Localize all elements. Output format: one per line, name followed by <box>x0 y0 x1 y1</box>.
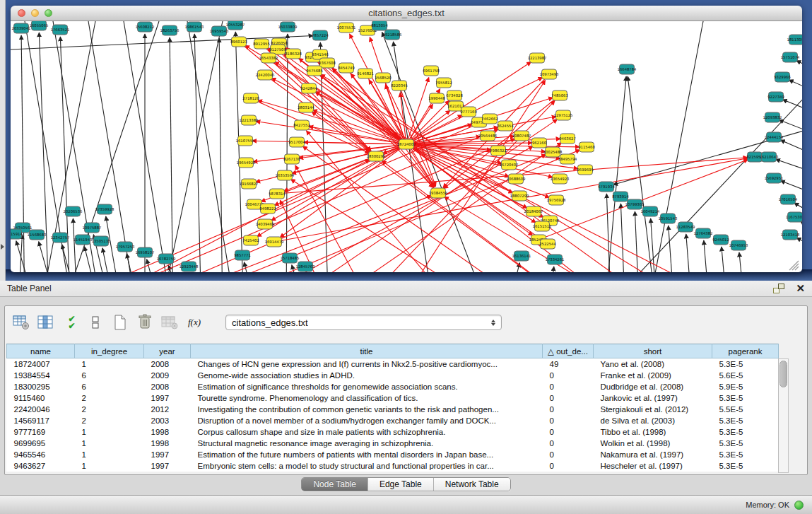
graph-node-label: 9245012 <box>712 238 729 242</box>
table-cell: 1997 <box>144 392 191 404</box>
column-header[interactable]: title <box>191 344 543 358</box>
table-row[interactable]: 969969511998Structural magnetic resonanc… <box>7 438 779 449</box>
column-header[interactable]: short <box>594 344 712 358</box>
table-cell: 2 <box>75 404 144 415</box>
function-builder-icon[interactable]: f(x) <box>185 314 204 331</box>
graph-node-label: 11675302 <box>786 215 802 219</box>
graph-node-label: 16107554 <box>236 139 256 143</box>
graph-node-label: 19384554 <box>429 191 449 195</box>
table-row[interactable]: 2242004622012Investigating the contribut… <box>7 404 779 415</box>
graph-node-label: 13654923 <box>551 177 570 181</box>
network-window: citations_edges.txt 18724007122133891610… <box>11 6 802 272</box>
table-row[interactable]: 911546021997Tourette syndrome. Phenomeno… <box>7 392 779 404</box>
left-splitter-strip[interactable] <box>0 0 6 281</box>
graph-node-label: 19654923 <box>237 160 256 165</box>
table-cell: 0 <box>543 370 594 381</box>
network-canvas[interactable]: 1872400712213389161075541965492319166827… <box>11 21 802 272</box>
graph-node-label: 10025488 <box>543 150 563 154</box>
memory-status-indicator[interactable] <box>794 501 804 510</box>
table-cell: 1 <box>75 449 144 460</box>
splitter-collapse-icon[interactable] <box>1 244 4 250</box>
graph-edge <box>170 37 173 272</box>
graph-node-label: 16055065 <box>30 23 49 28</box>
delete-column-icon[interactable] <box>136 314 154 331</box>
table-cell: 2 <box>75 415 144 426</box>
show-columns-icon[interactable] <box>37 314 55 331</box>
column-header[interactable]: △ out_de... <box>543 344 594 358</box>
table-cell: 0 <box>543 438 594 449</box>
row-height-icon[interactable] <box>86 314 105 331</box>
table-cell: 5.3E-5 <box>712 358 779 370</box>
table-cell: 0 <box>543 426 594 438</box>
column-header[interactable]: pagerank <box>712 344 779 358</box>
column-header[interactable]: name <box>7 344 75 358</box>
table-scrollbar-thumb[interactable] <box>779 361 787 387</box>
graph-edge <box>393 42 435 272</box>
graph-node-label: 16353594 <box>276 173 295 177</box>
column-header[interactable]: in_degree <box>75 344 144 358</box>
graph-node-label: 7485063 <box>551 93 568 98</box>
network-select[interactable]: citations_edges.txt <box>225 315 502 330</box>
tab-node-table[interactable]: Node Table <box>302 478 367 491</box>
node-table: namein_degreeyeartitle△ out_de...shortpa… <box>6 344 779 472</box>
graph-node-label: 9329966 <box>774 75 791 79</box>
graph-edge <box>796 61 802 71</box>
close-panel-icon[interactable]: ✕ <box>796 284 805 293</box>
table-cell: 5.6E-5 <box>712 370 779 381</box>
table-cell: 18724007 <box>7 358 75 370</box>
table-tabbar: Node TableEdge TableNetwork Table <box>0 477 812 491</box>
tab-network-table[interactable]: Network Table <box>433 478 510 491</box>
table-cell: 1998 <box>144 426 191 438</box>
graph-edge <box>406 110 450 144</box>
table-scrollbar[interactable] <box>778 358 789 473</box>
graph-node-label: 9227349 <box>767 95 784 99</box>
graph-edge <box>265 75 370 152</box>
graph-node-label: 8186328 <box>285 52 302 56</box>
graph-edge <box>73 218 78 272</box>
graph-node-label: 22420046 <box>256 73 276 77</box>
graph-node-label: 15608212 <box>136 25 155 29</box>
table-row[interactable]: 1938455462009Genome-wide association stu… <box>7 370 779 381</box>
graph-edge <box>704 240 710 272</box>
delete-table-icon[interactable] <box>160 314 179 331</box>
graph-node-label: 10973493 <box>540 72 559 76</box>
graph-edge <box>62 245 81 272</box>
graph-node-label: 9242844 <box>300 86 317 90</box>
table-row[interactable]: 977716911998Corpus callosum shape and si… <box>7 426 779 438</box>
graph-edge <box>258 100 406 144</box>
table-row[interactable]: 1830029562008Estimation of significance … <box>7 381 779 392</box>
table-row[interactable]: 946554611997Estimation of the future num… <box>7 449 779 460</box>
graph-node-label: 16049214 <box>641 209 661 214</box>
table-mode-icon[interactable] <box>12 314 30 331</box>
graph-node-label: 15718485 <box>281 256 300 260</box>
graph-node-label: 10075531 <box>337 25 356 30</box>
table-cell: Estimation of the future numbers of pati… <box>191 449 543 460</box>
table-cell: 0 <box>543 415 594 426</box>
table-cell: 6 <box>75 370 144 381</box>
table-cell: 0 <box>543 460 594 472</box>
table-cell: 1998 <box>144 438 191 449</box>
graph-edge <box>635 211 640 272</box>
select-all-icon[interactable]: ✔✔ <box>61 314 80 331</box>
table-cell: de Silva et al. (2003) <box>594 415 712 426</box>
table-row[interactable]: 1872400712008Changes of HCN gene express… <box>7 358 779 370</box>
table-cell: Wolkin et al. (1998) <box>594 438 712 449</box>
table-cell: 1 <box>75 460 144 472</box>
create-table-icon[interactable] <box>111 314 129 331</box>
graph-node-label: 10591543 <box>659 216 678 221</box>
tab-edge-table[interactable]: Edge Table <box>367 478 433 491</box>
column-header[interactable]: year <box>144 344 191 358</box>
table-row[interactable]: 1456911722003Disruption of a novel membe… <box>7 415 779 426</box>
resize-grip-icon[interactable] <box>792 264 799 270</box>
table-row[interactable]: 946362711997Embryonic stem cells: a mode… <box>7 460 779 472</box>
graph-edge <box>124 21 173 272</box>
graph-node-label: 12975125 <box>554 113 573 117</box>
graph-node-label: 18495794 <box>558 157 578 161</box>
float-window-icon[interactable] <box>773 284 784 293</box>
graph-node-label: 8813054 <box>371 23 388 28</box>
window-titlebar[interactable]: citations_edges.txt <box>11 6 802 21</box>
graph-node-label: 3915914 <box>11 232 23 236</box>
graph-node-label: 18724007 <box>397 142 416 146</box>
graph-node-label: 7986322 <box>490 148 507 153</box>
graph-node-label: 1568520 <box>375 76 392 80</box>
